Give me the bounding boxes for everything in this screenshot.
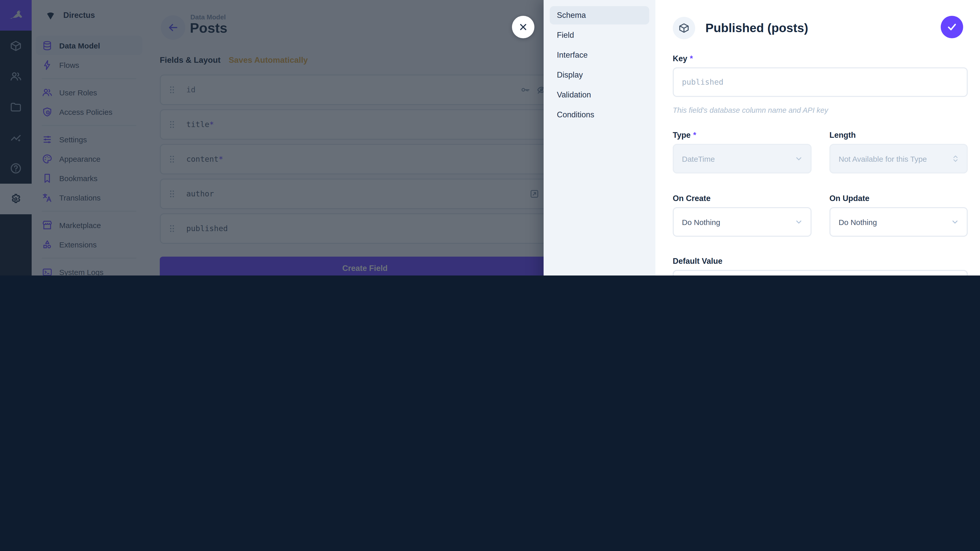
- modal-overlay[interactable]: [0, 0, 544, 275]
- key-input[interactable]: [674, 68, 967, 96]
- close-icon: [518, 22, 528, 32]
- on-update-select[interactable]: Do Nothing: [829, 207, 968, 237]
- directus-app: Directus Data Model Flows User Roles Acc…: [0, 0, 980, 275]
- close-drawer-button[interactable]: [512, 16, 535, 38]
- default-value-wrap: [673, 270, 968, 275]
- type-label: Type*: [673, 130, 696, 140]
- tab-conditions[interactable]: Conditions: [550, 106, 649, 124]
- box-icon: [678, 22, 690, 34]
- type-select[interactable]: DateTime: [673, 144, 811, 173]
- length-label: Length: [829, 130, 856, 140]
- tab-field[interactable]: Field: [550, 26, 649, 44]
- field-detail-drawer: Schema Field Interface Display Validatio…: [544, 0, 980, 275]
- tab-validation[interactable]: Validation: [550, 86, 649, 104]
- default-value-label: Default Value: [673, 257, 722, 266]
- on-update-label: On Update: [829, 194, 870, 203]
- stepper-icon: [951, 154, 959, 164]
- field-type-badge: [673, 17, 695, 39]
- chevron-down-icon: [950, 218, 959, 227]
- key-input-wrap: [673, 67, 968, 97]
- drawer-title: Published (posts): [705, 21, 808, 35]
- chevron-down-icon: [794, 154, 803, 163]
- key-helper-note: This field's database column name and AP…: [673, 106, 828, 114]
- tab-display[interactable]: Display: [550, 66, 649, 84]
- tab-interface[interactable]: Interface: [550, 46, 649, 64]
- key-label: Key*: [673, 54, 693, 63]
- save-button[interactable]: [941, 16, 963, 38]
- length-input[interactable]: Not Available for this Type: [829, 144, 968, 173]
- drawer-nav: Schema Field Interface Display Validatio…: [544, 0, 655, 275]
- tab-schema[interactable]: Schema: [550, 6, 649, 24]
- chevron-down-icon: [794, 218, 803, 227]
- drawer-body: Published (posts) Key* This field's data…: [655, 0, 980, 275]
- check-icon: [946, 21, 958, 33]
- default-value-input[interactable]: [674, 271, 967, 275]
- on-create-select[interactable]: Do Nothing: [673, 207, 811, 237]
- on-create-label: On Create: [673, 194, 711, 203]
